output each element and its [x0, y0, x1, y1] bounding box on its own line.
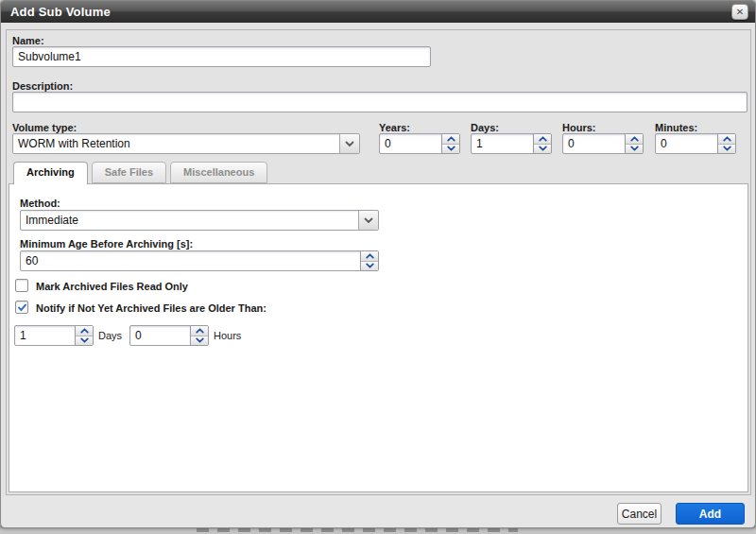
notify-days-input[interactable] — [14, 325, 76, 346]
min-age-label: Minimum Age Before Archiving [s]: — [20, 238, 193, 250]
chevron-down-icon — [196, 337, 204, 343]
years-input[interactable] — [379, 133, 442, 154]
dialog-footer: Cancel Add — [2, 496, 754, 527]
volume-type-select[interactable]: WORM with Retention — [12, 133, 360, 154]
add-sub-volume-dialog: Add Sub Volume ✕ Name: Description: Volu… — [0, 0, 756, 527]
chevron-up-icon — [630, 136, 639, 142]
days-label: Days: — [471, 122, 499, 133]
minutes-spin-down-button[interactable] — [718, 145, 735, 154]
notify-days-spinner[interactable] — [14, 325, 94, 346]
hours-spinner[interactable] — [562, 133, 644, 154]
notify-hours-input[interactable] — [129, 325, 191, 346]
notify-checkbox-label: Notify if Not Yet Archived Files are Old… — [36, 302, 266, 314]
minutes-label: Minutes: — [655, 122, 697, 133]
chevron-down-icon — [630, 146, 639, 151]
min-age-input[interactable] — [20, 250, 361, 271]
chevron-up-icon — [80, 328, 89, 334]
volume-type-value: WORM with Retention — [13, 137, 339, 150]
chevron-up-icon — [447, 136, 455, 142]
notify-hours-spin-down-button[interactable] — [191, 336, 208, 346]
cancel-button[interactable]: Cancel — [617, 503, 662, 525]
chevron-down-icon — [80, 337, 89, 343]
chevron-down-icon[interactable] — [339, 134, 359, 153]
chevron-up-icon — [196, 328, 204, 334]
name-label: Name: — [12, 35, 44, 46]
description-label: Description: — [12, 80, 73, 92]
tab-safe-files[interactable]: Safe Files — [92, 162, 166, 183]
minutes-input[interactable] — [655, 133, 718, 154]
days-input[interactable] — [471, 133, 534, 154]
add-button[interactable]: Add — [676, 503, 745, 525]
hours-label: Hours: — [562, 122, 595, 133]
years-spin-down-button[interactable] — [442, 145, 459, 154]
screen: Add Sub Volume ✕ Name: Description: Volu… — [0, 0, 756, 534]
dialog-titlebar[interactable]: Add Sub Volume — [1, 1, 755, 23]
years-label: Years: — [379, 122, 410, 133]
chevron-down-icon — [366, 263, 374, 268]
tab-archiving[interactable]: Archiving — [13, 162, 88, 184]
days-spin-up-button[interactable] — [534, 134, 551, 145]
days-spin-down-button[interactable] — [534, 145, 551, 154]
chevron-up-icon — [539, 136, 547, 142]
minutes-spinner[interactable] — [655, 133, 736, 154]
years-spin-up-button[interactable] — [442, 134, 459, 145]
notify-days-spin-down-button[interactable] — [76, 336, 93, 346]
dialog-title: Add Sub Volume — [10, 5, 111, 19]
background-page-text-fragment — [197, 528, 518, 532]
notify-hours-spin-up-button[interactable] — [191, 326, 208, 336]
notify-days-spin-up-button[interactable] — [76, 326, 93, 336]
notify-days-unit-label: Days — [98, 330, 122, 341]
tab-bar: Archiving Safe Files Miscellaneous — [13, 162, 267, 184]
min-age-spinner[interactable] — [20, 250, 379, 271]
notify-checkbox[interactable] — [15, 301, 28, 314]
min-age-spin-down-button[interactable] — [361, 262, 378, 271]
years-spinner[interactable] — [379, 133, 460, 154]
volume-type-label: Volume type: — [12, 122, 77, 133]
chevron-down-icon — [447, 146, 455, 151]
chevron-down-icon — [539, 146, 547, 151]
close-button[interactable]: ✕ — [731, 4, 748, 20]
method-value: Immediate — [21, 214, 358, 227]
notify-hours-spinner[interactable] — [129, 325, 209, 346]
check-icon — [17, 302, 27, 313]
chevron-down-icon — [723, 146, 731, 151]
close-icon: ✕ — [736, 7, 744, 17]
hours-input[interactable] — [562, 133, 626, 154]
hours-spin-up-button[interactable] — [626, 134, 643, 145]
chevron-down-icon[interactable] — [358, 211, 378, 230]
method-select[interactable]: Immediate — [20, 210, 379, 231]
chevron-up-icon — [366, 253, 374, 259]
days-spinner[interactable] — [471, 133, 552, 154]
read-only-checkbox[interactable] — [15, 279, 28, 292]
method-label: Method: — [20, 198, 60, 209]
minutes-spin-up-button[interactable] — [718, 134, 735, 145]
hours-spin-down-button[interactable] — [626, 145, 643, 154]
name-input[interactable] — [12, 46, 431, 67]
description-input[interactable] — [12, 92, 747, 112]
chevron-up-icon — [723, 136, 731, 142]
tab-miscellaneous[interactable]: Miscellaneous — [170, 162, 267, 183]
notify-hours-unit-label: Hours — [214, 330, 241, 341]
read-only-checkbox-label: Mark Archived Files Read Only — [36, 281, 188, 292]
min-age-spin-up-button[interactable] — [361, 251, 378, 262]
